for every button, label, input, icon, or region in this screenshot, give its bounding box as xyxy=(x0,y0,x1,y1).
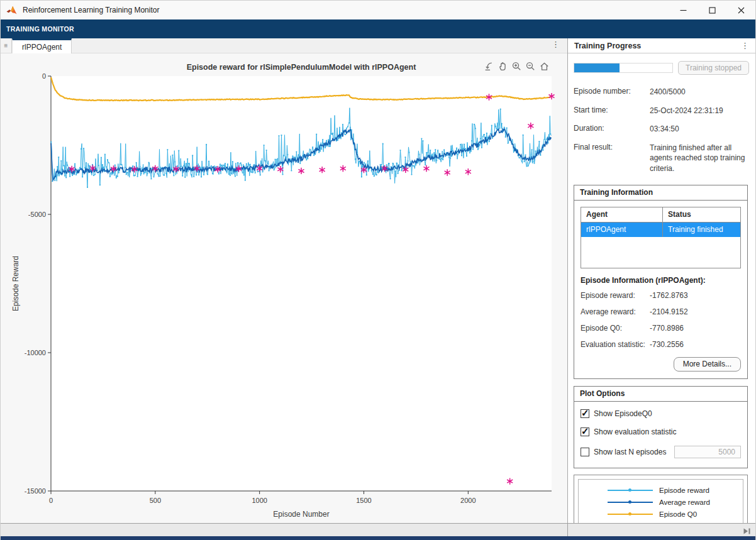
column-header-agent: Agent xyxy=(581,207,663,222)
export-icon[interactable] xyxy=(483,60,495,72)
x-tick-label: 2000 xyxy=(460,497,475,504)
training-progress-bar xyxy=(574,63,673,73)
more-details-button[interactable]: More Details... xyxy=(674,357,741,372)
legend-item-average-reward: Average reward xyxy=(608,496,743,508)
episode-information-title: Episode Information (rlPPOAgent): xyxy=(581,276,741,285)
training-progress-panel: Training Progress ⋮ Training stopped Epi… xyxy=(567,38,755,523)
line-dot-swatch xyxy=(608,490,653,491)
field-label: Episode reward: xyxy=(581,291,650,300)
panel-grip-icon[interactable]: ≡ xyxy=(1,38,12,53)
field-label: Evaluation statistic: xyxy=(581,340,650,349)
window-title: Reinforcement Learning Training Monitor xyxy=(23,6,159,14)
matlab-logo-icon xyxy=(6,6,17,15)
legend-panel: Episode reward Average reward Episode Q0 xyxy=(574,475,748,523)
x-tick-label: 1500 xyxy=(356,497,371,504)
field-label: Average reward: xyxy=(581,307,650,316)
show-last-n-episodes-checkbox[interactable] xyxy=(581,448,589,456)
duration-row: Duration: 03:34:50 xyxy=(574,120,749,139)
panel-menu-icon[interactable]: ⋮ xyxy=(741,41,749,50)
ribbon-tab-training-monitor[interactable]: TRAINING MONITOR xyxy=(1,25,74,33)
window-bottom-edge xyxy=(1,536,755,540)
field-value: Training finished after all agents reach… xyxy=(650,143,749,174)
document-tab-bar: ≡ rlPPOAgent ⋮ xyxy=(1,38,567,53)
skip-to-end-icon[interactable] xyxy=(743,526,751,537)
field-label: Episode Q0: xyxy=(581,324,650,333)
checkbox-label: Show last N episodes xyxy=(594,448,666,456)
progress-row: Training stopped xyxy=(574,61,749,75)
legend-label: Average reward xyxy=(659,499,710,506)
home-icon[interactable] xyxy=(538,60,550,72)
show-evaluation-statistic-row: Show evaluation statistic xyxy=(581,427,741,436)
toolstrip-ribbon: TRAINING MONITOR xyxy=(1,19,755,38)
episode-q0-row: Episode Q0: -770.8986 xyxy=(581,321,741,337)
n-episodes-input[interactable] xyxy=(674,446,741,458)
show-episodeq0-row: Show EpisodeQ0 xyxy=(581,409,741,418)
x-tick-label: 500 xyxy=(150,497,161,504)
axes-toolbar xyxy=(483,60,550,72)
agent-status-table[interactable]: Agent Status rlPPOAgent Training finishe… xyxy=(581,207,741,268)
reward-chart[interactable]: 05001000150020000-5000-10000-15000Episod… xyxy=(1,53,567,523)
tab-label: rlPPOAgent xyxy=(22,43,62,52)
field-value: 25-Oct-2024 22:31:19 xyxy=(650,106,749,116)
evaluation-statistic-row: Evaluation statistic: -730.2556 xyxy=(581,337,741,353)
tab-bar-menu-icon[interactable]: ⋮ xyxy=(552,40,560,49)
checkbox-label: Show evaluation statistic xyxy=(594,427,676,436)
chart-document: 05001000150020000-5000-10000-15000Episod… xyxy=(1,53,567,523)
table-empty-area xyxy=(581,237,740,268)
field-value: 03:34:50 xyxy=(650,124,749,135)
y-axis-label: Episode Reward xyxy=(11,256,20,311)
table-header-row: Agent Status xyxy=(581,207,740,223)
training-information-group: Training Information Agent Status rlPPOA… xyxy=(574,185,748,379)
zoom-out-icon[interactable] xyxy=(525,60,536,72)
group-title: Plot Options xyxy=(574,387,747,402)
table-row[interactable]: rlPPOAgent Training finished xyxy=(581,223,740,237)
group-title: Training Information xyxy=(574,185,747,201)
training-stopped-button[interactable]: Training stopped xyxy=(678,61,749,75)
app-window: Reinforcement Learning Training Monitor … xyxy=(0,0,756,540)
plot-area xyxy=(51,76,552,491)
status-cell: Training finished xyxy=(663,223,740,237)
y-tick-label: -5000 xyxy=(28,211,46,218)
field-value: 2400/5000 xyxy=(650,87,749,97)
line-dot-swatch xyxy=(608,514,653,515)
maximize-button[interactable] xyxy=(698,1,726,19)
show-evaluation-statistic-checkbox[interactable] xyxy=(581,427,589,436)
y-tick-label: 0 xyxy=(42,72,46,80)
start-time-row: Start time: 25-Oct-2024 22:31:19 xyxy=(574,102,749,121)
final-result-row: Final result: Training finished after al… xyxy=(574,139,749,179)
chart-title: Episode reward for rlSimplePendulumModel… xyxy=(187,63,416,72)
checkbox-label: Show EpisodeQ0 xyxy=(594,409,652,418)
legend-label: Episode reward xyxy=(659,487,709,494)
x-axis-label: Episode Number xyxy=(273,510,329,519)
x-tick-label: 0 xyxy=(49,497,53,504)
y-tick-label: -15000 xyxy=(25,487,46,495)
status-bar xyxy=(1,523,755,536)
close-button[interactable] xyxy=(726,1,755,19)
episode-number-row: Episode number: 2400/5000 xyxy=(574,83,749,102)
agent-cell: rlPPOAgent xyxy=(581,223,663,237)
field-value: -730.2556 xyxy=(650,340,684,349)
legend-label: Episode Q0 xyxy=(659,510,697,518)
tab-rlppoagent[interactable]: rlPPOAgent xyxy=(12,38,72,53)
field-label: Duration: xyxy=(574,124,650,135)
status-bar-divider xyxy=(567,524,568,536)
y-tick-label: -10000 xyxy=(25,349,46,356)
field-value: -1762.8763 xyxy=(650,291,688,300)
field-label: Start time: xyxy=(574,106,650,116)
progress-fill xyxy=(574,63,620,72)
x-tick-label: 1000 xyxy=(252,497,267,504)
field-label: Final result: xyxy=(574,143,650,174)
legend-item-episode-q0: Episode Q0 xyxy=(608,508,743,520)
pan-icon[interactable] xyxy=(497,60,509,72)
line-dot-swatch xyxy=(608,502,653,503)
column-header-status: Status xyxy=(663,207,740,222)
average-reward-row: Average reward: -2104.9152 xyxy=(581,304,741,321)
field-label: Episode number: xyxy=(574,87,650,97)
show-episodeq0-checkbox[interactable] xyxy=(581,409,589,418)
plot-options-group: Plot Options Show EpisodeQ0 Show evaluat… xyxy=(574,386,748,468)
minimize-button[interactable] xyxy=(669,1,698,19)
legend-item-episode-reward: Episode reward xyxy=(608,484,743,496)
zoom-in-icon[interactable] xyxy=(511,60,523,72)
title-bar: Reinforcement Learning Training Monitor xyxy=(1,1,755,19)
episode-reward-row: Episode reward: -1762.8763 xyxy=(581,288,741,304)
